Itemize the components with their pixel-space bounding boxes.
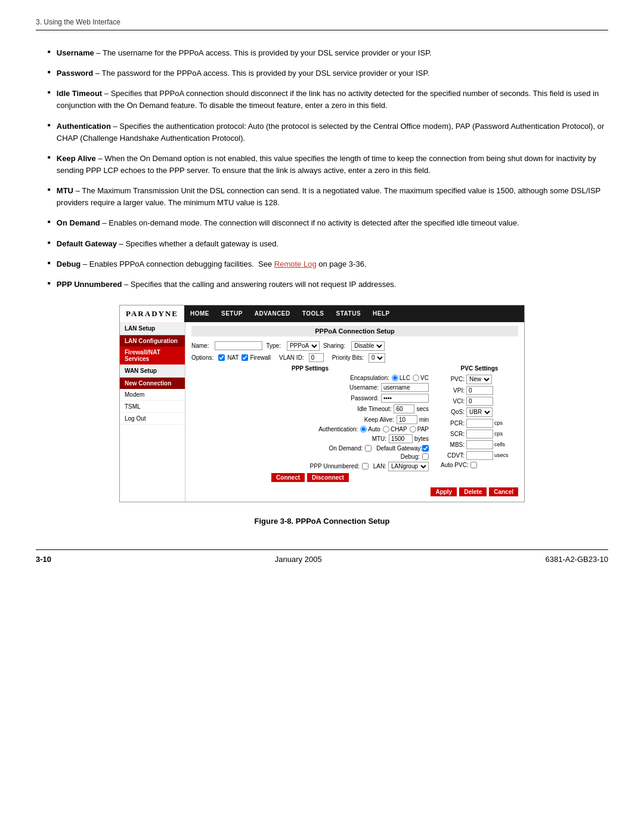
vci-label: VCI: (441, 398, 465, 404)
vlan-input[interactable] (309, 353, 324, 362)
connect-button[interactable]: Connect (271, 473, 305, 482)
pcr-row: PCR: cps (441, 419, 518, 428)
cancel-button[interactable]: Cancel (489, 487, 518, 496)
delete-button[interactable]: Delete (459, 487, 487, 496)
mtu-label: MTU: (339, 435, 386, 442)
ppp-settings: PPP Settings Encapsulation: LLC (191, 365, 429, 484)
on-demand-label: On Demand: (315, 445, 363, 452)
form-title: PPPoA Connection Setup (191, 326, 518, 336)
pcr-input[interactable] (466, 419, 493, 428)
bullet-text-mtu: MTU – The Maximum Transmission Unit the … (57, 185, 608, 209)
auto-pvc-checkbox[interactable] (470, 462, 477, 468)
vpi-input[interactable] (466, 386, 493, 395)
nav-bar: PARADYNE HOME SETUP ADVANCED TOOLS STATU… (120, 305, 524, 322)
pvc-select[interactable]: New (466, 375, 492, 384)
page-footer: 3-10 January 2005 6381-A2-GB23-10 (36, 549, 608, 564)
vci-input[interactable] (466, 397, 493, 406)
nav-status[interactable]: STATUS (330, 305, 367, 322)
keep-alive-label: Keep Alive: (346, 416, 394, 423)
firewall-checkbox[interactable] (242, 354, 248, 361)
sidebar-log-out[interactable]: Log Out (120, 413, 185, 425)
sidebar-wan-setup[interactable]: WAN Setup (120, 365, 185, 378)
nat-label: NAT (227, 354, 239, 361)
options-row: Options: NAT Firewall VLAN ID: Priority … (191, 353, 518, 363)
mbs-label: MBS: (441, 441, 465, 448)
sidebar-lan-config[interactable]: LAN Configuration (120, 335, 185, 347)
debug-checkbox[interactable] (422, 453, 429, 460)
password-label: Password: (331, 395, 379, 401)
keep-alive-input[interactable] (397, 415, 417, 424)
pvc-settings: PVC Settings PVC: New VPI: VC (441, 365, 518, 484)
llc-radio[interactable] (392, 375, 398, 381)
bullet-list: Username – The username for the PPPoA ac… (36, 47, 608, 291)
qos-select[interactable]: UBR (466, 407, 493, 417)
name-group: Name: Type: PPPoA Sharing: Disable (191, 341, 385, 351)
idle-timeout-row: Idle Timeout: secs (191, 404, 429, 413)
nav-help[interactable]: HELP (367, 305, 396, 322)
nat-checkbox[interactable] (218, 354, 225, 361)
name-label: Name: (191, 342, 209, 349)
action-buttons: Apply Delete Cancel (191, 484, 518, 498)
keep-alive-unit: min (419, 416, 429, 423)
list-item-authentication: Authentication – Specifies the authentic… (36, 121, 608, 144)
scr-input[interactable] (466, 430, 493, 438)
vc-radio[interactable] (413, 375, 419, 381)
cdvt-input[interactable] (466, 451, 493, 460)
priority-select[interactable]: 0 (369, 353, 385, 363)
idle-timeout-input[interactable] (394, 404, 414, 413)
ppp-title: PPP Settings (191, 365, 429, 372)
auth-auto-radio[interactable] (360, 426, 367, 433)
cdvt-unit: usecs (494, 452, 509, 458)
sidebar-new-connection[interactable]: New Connection (120, 378, 185, 389)
auth-chap-label: CHAP (383, 426, 407, 433)
auto-pvc-row: Auto PVC: (441, 462, 518, 468)
debug-row: Debug: (191, 453, 429, 460)
password-input[interactable] (381, 394, 429, 403)
footer-page: 3-10 (36, 555, 51, 564)
lan-select[interactable]: LANgroup (388, 462, 429, 471)
bullet-text-authentication: Authentication – Specifies the authentic… (57, 121, 608, 144)
auto-pvc-label: Auto PVC: (441, 462, 469, 468)
apply-button[interactable]: Apply (431, 487, 457, 496)
main-layout: LAN Setup LAN Configuration Firewall/NAT… (120, 322, 524, 502)
pcr-unit: cps (494, 420, 503, 426)
sidebar-lan-setup[interactable]: LAN Setup (120, 322, 185, 335)
cdvt-label: CDVT: (441, 452, 465, 459)
sharing-select[interactable]: Disable (351, 341, 385, 351)
list-item-default-gateway: Default Gateway – Specifies whether a de… (36, 238, 608, 250)
content-area: PPPoA Connection Setup Name: Type: PPPoA… (185, 322, 524, 502)
footer-date: January 2005 (275, 555, 322, 564)
mtu-input[interactable] (389, 434, 413, 443)
mbs-row: MBS: cells (441, 440, 518, 449)
auth-chap-radio[interactable] (383, 426, 389, 433)
mbs-input[interactable] (466, 440, 493, 449)
auth-pap-radio[interactable] (410, 426, 416, 433)
two-column-form: PPP Settings Encapsulation: LLC (191, 365, 518, 484)
qos-label: QoS: (441, 409, 465, 415)
default-gateway-checkbox[interactable] (422, 445, 429, 452)
nav-advanced[interactable]: ADVANCED (249, 305, 296, 322)
sidebar-firewall-nat[interactable]: Firewall/NAT Services (120, 347, 185, 365)
lan-label: LAN: (373, 463, 386, 469)
sidebar: LAN Setup LAN Configuration Firewall/NAT… (120, 322, 185, 502)
sidebar-tsml[interactable]: TSML (120, 401, 185, 413)
disconnect-button[interactable]: Disconnect (307, 473, 349, 482)
name-type-row: Name: Type: PPPoA Sharing: Disable (191, 341, 518, 351)
remote-log-link[interactable]: Remote Log (274, 260, 317, 268)
auth-pap-text: PAP (417, 426, 429, 433)
username-input[interactable] (381, 383, 429, 392)
on-demand-checkbox[interactable] (365, 445, 371, 452)
nav-home[interactable]: HOME (184, 305, 215, 322)
pvc-row: PVC: New (441, 375, 518, 384)
bullet-text-default-gateway: Default Gateway – Specifies whether a de… (57, 238, 278, 250)
debug-label: Debug: (372, 453, 420, 460)
type-select[interactable]: PPPoA (287, 341, 320, 351)
name-input[interactable] (215, 341, 262, 350)
ppp-unnumbered-checkbox[interactable] (362, 463, 369, 469)
vci-row: VCI: (441, 397, 518, 406)
sidebar-modem[interactable]: Modem (120, 389, 185, 401)
nav-tools[interactable]: TOOLS (296, 305, 330, 322)
nav-setup[interactable]: SETUP (215, 305, 249, 322)
llc-label: LLC (400, 375, 410, 381)
list-item-ppp-unnumbered: PPP Unnumbered – Specifies that the call… (36, 279, 608, 291)
